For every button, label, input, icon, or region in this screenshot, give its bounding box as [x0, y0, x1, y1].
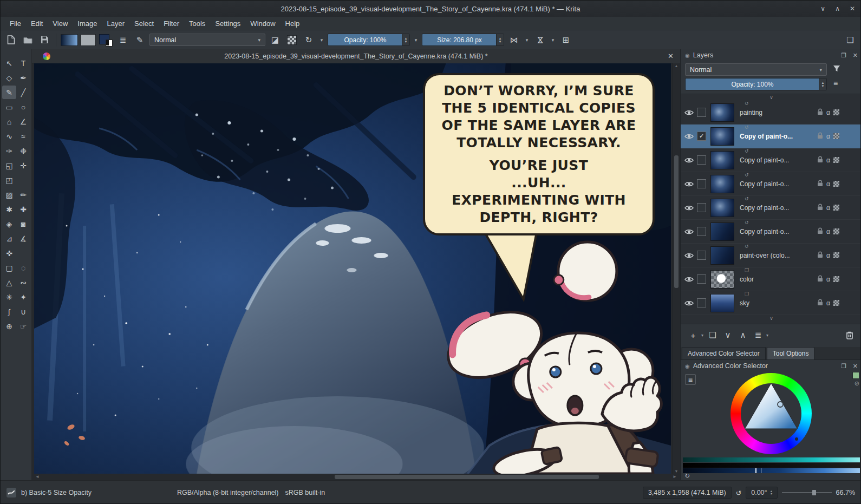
color-strip-dark[interactable]	[683, 463, 860, 468]
tab-advanced-color-selector[interactable]: Advanced Color Selector	[682, 347, 766, 359]
freehand-brush-tool[interactable]: ✎	[2, 86, 16, 99]
reset-rotation-icon[interactable]: ↺	[736, 489, 741, 497]
layer-row[interactable]: Copy of paint-o... ↺ α	[681, 172, 861, 196]
scroll-up-icon[interactable]: ▲	[673, 64, 680, 68]
layer-inherit-alpha-icon[interactable]	[833, 252, 839, 258]
maximize-button[interactable]: ∧	[835, 5, 840, 12]
layer-inherit-alpha-icon[interactable]	[833, 205, 839, 211]
spinner-arrows[interactable]: ▴▾	[771, 490, 772, 495]
spinner-arrows[interactable]: ▴▾	[496, 34, 504, 45]
blending-mode-combo[interactable]: Normal ▾	[149, 34, 265, 46]
edit-brush-settings-button[interactable]: ≣	[116, 33, 130, 47]
zoom-slider[interactable]	[782, 489, 832, 496]
layer-select-checkbox[interactable]	[697, 108, 706, 117]
layer-row[interactable]: sky ❐ α	[681, 291, 861, 315]
brush-preset-icon[interactable]	[6, 487, 17, 498]
layer-inherit-alpha-icon[interactable]	[833, 300, 839, 306]
layer-visibility-toggle[interactable]	[683, 276, 695, 283]
assistants-tool[interactable]: ⊿	[2, 232, 16, 245]
layer-filter-icon[interactable]	[833, 65, 840, 74]
menu-item[interactable]: Image	[73, 18, 102, 29]
layer-alpha-lock-icon[interactable]: α	[826, 228, 830, 235]
scroll-down-icon[interactable]: ▼	[673, 469, 680, 473]
layer-row[interactable]: Copy of paint-o... ↺ α	[681, 196, 861, 220]
line-tool[interactable]: ╱	[16, 86, 30, 99]
text-tool[interactable]: T	[16, 56, 30, 70]
layer-alpha-lock-icon[interactable]: α	[826, 109, 830, 116]
layer-inherit-alpha-icon[interactable]	[833, 181, 839, 187]
menu-item[interactable]: Help	[281, 18, 305, 29]
rectangular-selection-tool[interactable]: ▢	[2, 261, 16, 274]
color-sampler-tool[interactable]: ✏	[16, 188, 30, 201]
chevron-down-icon[interactable]: ▾	[550, 33, 556, 47]
layer-lock-icon[interactable]	[817, 227, 823, 236]
gear-icon[interactable]: ⊘	[855, 380, 859, 387]
layer-row[interactable]: Copy of paint-o... ↺ α	[681, 220, 861, 244]
move-tool[interactable]: ✛	[16, 159, 30, 172]
elliptical-selection-tool[interactable]: ◌	[16, 261, 30, 274]
layer-inherit-alpha-icon[interactable]	[833, 133, 839, 139]
background-color-swatch[interactable]	[106, 40, 113, 47]
layer-lock-icon[interactable]	[817, 275, 823, 284]
layer-thumbnail[interactable]	[710, 222, 734, 241]
layer-thumbnail[interactable]	[710, 175, 734, 193]
layer-visibility-toggle[interactable]	[683, 157, 695, 163]
menu-item[interactable]: Layer	[102, 18, 129, 29]
layer-lock-icon[interactable]	[817, 180, 823, 188]
zoom-slider-thumb[interactable]	[812, 490, 816, 495]
horizontal-scroll-thumb[interactable]	[335, 475, 599, 479]
layer-select-checkbox[interactable]	[697, 298, 706, 307]
close-button[interactable]: ✕	[850, 5, 855, 12]
new-document-button[interactable]	[4, 33, 18, 47]
layer-inherit-alpha-icon[interactable]	[833, 276, 839, 282]
menu-item[interactable]: Select	[129, 18, 159, 29]
layer-properties-button[interactable]: ≣	[752, 329, 764, 341]
minimize-button[interactable]: ∨	[820, 5, 825, 12]
layer-thumbnail[interactable]	[710, 294, 734, 312]
scroll-right-icon[interactable]: ►	[673, 474, 677, 479]
chevron-down-icon[interactable]: ▾	[413, 33, 419, 47]
menu-item[interactable]: View	[48, 18, 73, 29]
document-close-button[interactable]: ✕	[668, 52, 674, 60]
tab-tool-options[interactable]: Tool Options	[767, 347, 815, 359]
layer-alpha-lock-icon[interactable]: α	[826, 276, 830, 283]
magnetic-selection-tool[interactable]: ∪	[16, 305, 30, 318]
saturation-value-triangle[interactable]	[730, 373, 812, 454]
freehand-selection-tool[interactable]: ∾	[16, 276, 30, 289]
color-strip-blue[interactable]	[683, 468, 860, 473]
dynamic-brush-tool[interactable]: ✑	[2, 144, 16, 158]
layer-lock-icon[interactable]	[817, 251, 823, 260]
gradient-chooser[interactable]	[61, 34, 78, 46]
layer-opacity-slider[interactable]: Opacity: 100% ▴▾	[685, 78, 827, 90]
brush-size-slider[interactable]: Size: 206.80 px ▴▾	[422, 34, 504, 46]
canvas-rotation-spinbox[interactable]: 0.00° ▴▾	[746, 487, 777, 499]
canvas[interactable]: DON’T WORRY, I’M SURE THE 5 IDENTICAL CO…	[34, 63, 671, 474]
layer-thumbnail[interactable]	[710, 127, 734, 146]
polygonal-selection-tool[interactable]: △	[2, 276, 16, 289]
layer-alpha-lock-icon[interactable]: α	[826, 133, 830, 140]
close-docker-button[interactable]: ✕	[853, 52, 858, 59]
layer-thumbnail[interactable]	[710, 151, 734, 169]
choose-workspace-button[interactable]: ❏	[843, 33, 857, 47]
open-document-button[interactable]	[21, 33, 35, 47]
layer-thumbnail[interactable]	[710, 199, 734, 217]
spinner-arrows[interactable]: ▴▾	[819, 78, 826, 90]
ellipse-tool[interactable]: ○	[16, 100, 30, 114]
layer-thumbnail[interactable]	[710, 246, 734, 265]
measure-tool[interactable]: ∡	[16, 232, 30, 245]
layer-lock-icon[interactable]	[817, 299, 823, 307]
choose-brush-preset-button[interactable]: ✎	[133, 33, 147, 47]
layer-alpha-lock-icon[interactable]: α	[826, 204, 830, 212]
layer-row[interactable]: Copy of paint-o... ↺ α	[681, 148, 861, 172]
refresh-icon[interactable]: ↻	[684, 472, 690, 480]
mirror-horizontal-button[interactable]: ⋈	[507, 33, 521, 47]
mirror-vertical-button[interactable]: ⋈	[533, 33, 547, 47]
layer-alpha-lock-icon[interactable]: α	[826, 299, 830, 307]
layer-inherit-alpha-icon[interactable]	[833, 228, 839, 234]
layers-menu-icon[interactable]: ≡	[833, 79, 838, 88]
smart-patch-tool[interactable]: ✚	[16, 202, 30, 216]
bezier-selection-tool[interactable]: ∫	[2, 305, 16, 318]
transform-tool[interactable]: ◱	[2, 159, 16, 172]
trim-to-image-button[interactable]: ⊞	[559, 33, 573, 47]
fg-bg-colors[interactable]	[99, 33, 113, 47]
